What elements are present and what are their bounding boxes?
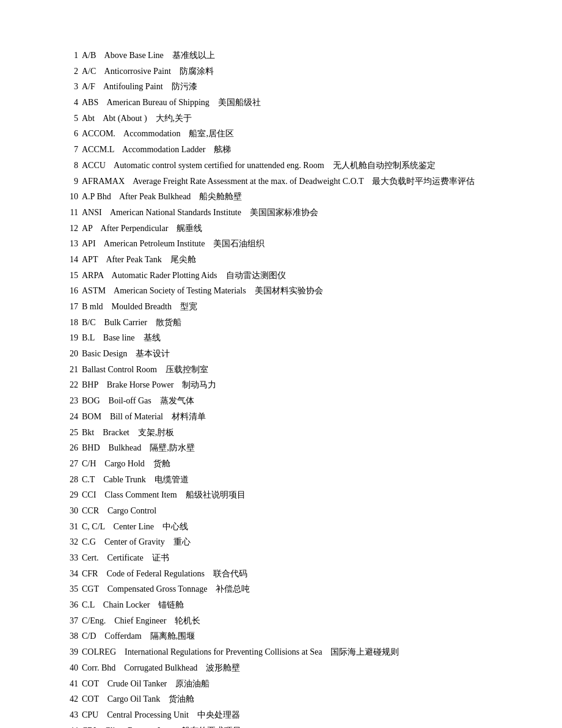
entry-number: 41 <box>61 677 78 691</box>
entry-number: 23 <box>61 394 78 408</box>
entry-number: 14 <box>61 253 78 267</box>
list-item: 10A.P Bhd After Peak Bulkhead 船尖舱舱壁 <box>61 190 501 204</box>
list-item: 21Ballast Control Room 压载控制室 <box>61 363 501 377</box>
entry-text: ARPA Automatic Rader Plotting Aids 自动雷达测… <box>82 271 286 280</box>
entry-number: 10 <box>61 190 78 204</box>
list-item: 6ACCOM. Accommodation 船室,居住区 <box>61 127 501 141</box>
entry-number: 1 <box>61 49 78 62</box>
list-item: 25Bkt Bracket 支架,肘板 <box>61 426 501 439</box>
entry-number: 27 <box>61 457 78 471</box>
entry-number: 20 <box>61 347 78 361</box>
entry-number: 30 <box>61 504 78 518</box>
list-item: 24BOM Bill of Material 材料清单 <box>61 410 501 424</box>
entry-text: CCR Cargo Control <box>82 506 156 515</box>
entry-number: 11 <box>61 206 78 219</box>
entry-text: C.G Center of Gravity 重心 <box>82 537 191 546</box>
entry-text: ABS American Bureau of Shipping 美国船级社 <box>82 98 261 107</box>
entry-text: CGT Compensated Gross Tonnage 补偿总吨 <box>82 584 250 594</box>
entry-text: C/D Cofferdam 隔离舱,围堰 <box>82 631 195 641</box>
entry-text: Abt Abt (About ) 大约,关于 <box>82 114 192 123</box>
list-item: 28C.T Cable Trunk 电缆管道 <box>61 473 501 487</box>
entry-text: Bkt Bracket 支架,肘板 <box>82 428 174 437</box>
entry-number: 12 <box>61 222 78 235</box>
entry-number: 5 <box>61 112 78 125</box>
entry-number: 29 <box>61 488 78 502</box>
entry-number: 34 <box>61 567 78 581</box>
list-item: 8ACCU Automatic control system certified… <box>61 159 501 172</box>
entry-number: 38 <box>61 630 78 643</box>
entry-number: 43 <box>61 708 78 722</box>
entry-number: 35 <box>61 583 78 596</box>
list-item: 35CGT Compensated Gross Tonnage 补偿总吨 <box>61 583 501 596</box>
entry-text: A.P Bhd After Peak Bulkhead 船尖舱舱壁 <box>82 192 242 201</box>
entry-text: A/C Anticorrosive Paint 防腐涂料 <box>82 67 214 76</box>
entry-text: BHP Brake Horse Power 制动马力 <box>82 380 216 389</box>
list-item: 11ANSI American National Standards Insti… <box>61 206 501 219</box>
entry-number: 17 <box>61 300 78 314</box>
entry-text: B/C Bulk Carrier 散货船 <box>82 318 181 327</box>
entry-text: ACCM.L Accommodation Ladder 舷梯 <box>82 145 231 154</box>
entry-text: ACCU Automatic control system certified … <box>82 161 436 170</box>
entry-text: A/F Antifouling Paint 防污漆 <box>82 82 197 91</box>
entry-text: AFRAMAX Average Freight Rate Assessment … <box>82 177 475 186</box>
entry-text: Basic Design 基本设计 <box>82 349 170 358</box>
entry-number: 13 <box>61 237 78 251</box>
list-item: 39COLREG International Regulations for P… <box>61 645 501 659</box>
list-item: 1A/B Above Base Line 基准线以上 <box>61 49 501 62</box>
entry-number: 9 <box>61 175 78 188</box>
list-item: 23BOG Boil-off Gas 蒸发气体 <box>61 394 501 408</box>
list-item: 14APT After Peak Tank 尾尖舱 <box>61 253 501 267</box>
entry-text: ASTM American Society of Testing Materia… <box>82 286 323 295</box>
list-item: 13API American Petroleum Institute 美国石油组… <box>61 237 501 251</box>
list-item: 16ASTM American Society of Testing Mater… <box>61 284 501 298</box>
entry-text: API American Petroleum Institute 美国石油组织 <box>82 239 265 248</box>
entry-text: COT Crude Oil Tanker 原油油船 <box>82 679 210 688</box>
list-item: 7ACCM.L Accommodation Ladder 舷梯 <box>61 143 501 156</box>
entry-number: 24 <box>61 410 78 424</box>
list-item: 4ABS American Bureau of Shipping 美国船级社 <box>61 96 501 109</box>
entry-text: COLREG International Regulations for Pre… <box>82 647 400 656</box>
list-item: 34CFR Code of Federal Regulations 联合代码 <box>61 567 501 581</box>
entry-text: C/Eng. Chief Engineer 轮机长 <box>82 616 200 625</box>
list-item: 17B mld Moulded Breadth 型宽 <box>61 300 501 314</box>
list-item: 40Corr. Bhd Corrugated Bulkhead 波形舱壁 <box>61 661 501 675</box>
abbreviation-list: 1A/B Above Base Line 基准线以上2A/C Anticorro… <box>61 49 501 728</box>
entry-number: 19 <box>61 331 78 345</box>
entry-number: 36 <box>61 598 78 612</box>
list-item: 30CCR Cargo Control <box>61 504 501 518</box>
entry-number: 31 <box>61 520 78 534</box>
entry-text: Cert. Certificate 证书 <box>82 553 169 562</box>
list-item: 42COT Cargo Oil Tank 货油舱 <box>61 693 501 706</box>
list-item: 27C/H Cargo Hold 货舱 <box>61 457 501 471</box>
entry-number: 8 <box>61 159 78 172</box>
entry-text: C.T Cable Trunk 电缆管道 <box>82 475 189 484</box>
entry-number: 37 <box>61 614 78 628</box>
entry-number: 3 <box>61 80 78 94</box>
entry-text: CCI Class Comment Item 船级社说明项目 <box>82 490 246 499</box>
list-item: 26BHD Bulkhead 隔壁,防水壁 <box>61 441 501 455</box>
entry-text: ANSI American National Standards Institu… <box>82 208 318 217</box>
entry-number: 15 <box>61 269 78 282</box>
entry-number: 2 <box>61 65 78 78</box>
entry-number: 26 <box>61 441 78 455</box>
list-item: 44CRI Client Request Item 船东的要求项目 <box>61 724 501 728</box>
list-item: 3A/F Antifouling Paint 防污漆 <box>61 80 501 94</box>
list-item: 38C/D Cofferdam 隔离舱,围堰 <box>61 630 501 643</box>
entry-text: CRI Client Request Item 船东的要求项目 <box>82 726 241 728</box>
list-item: 19B.L Base line 基线 <box>61 331 501 345</box>
entry-number: 25 <box>61 426 78 439</box>
entry-number: 39 <box>61 645 78 659</box>
list-item: 9AFRAMAX Average Freight Rate Assessment… <box>61 175 501 188</box>
list-item: 5Abt Abt (About ) 大约,关于 <box>61 112 501 125</box>
entry-number: 40 <box>61 661 78 675</box>
entry-number: 16 <box>61 284 78 298</box>
entry-text: Corr. Bhd Corrugated Bulkhead 波形舱壁 <box>82 663 240 672</box>
entry-text: ACCOM. Accommodation 船室,居住区 <box>82 129 234 138</box>
list-item: 12AP After Perpendicular 艉垂线 <box>61 222 501 235</box>
entry-text: COT Cargo Oil Tank 货油舱 <box>82 694 194 704</box>
list-item: 31C, C/L Center Line 中心线 <box>61 520 501 534</box>
entry-number: 21 <box>61 363 78 377</box>
entry-text: CPU Central Processing Unit 中央处理器 <box>82 710 240 719</box>
list-item: 29CCI Class Comment Item 船级社说明项目 <box>61 488 501 502</box>
entry-text: C/H Cargo Hold 货舱 <box>82 459 170 468</box>
